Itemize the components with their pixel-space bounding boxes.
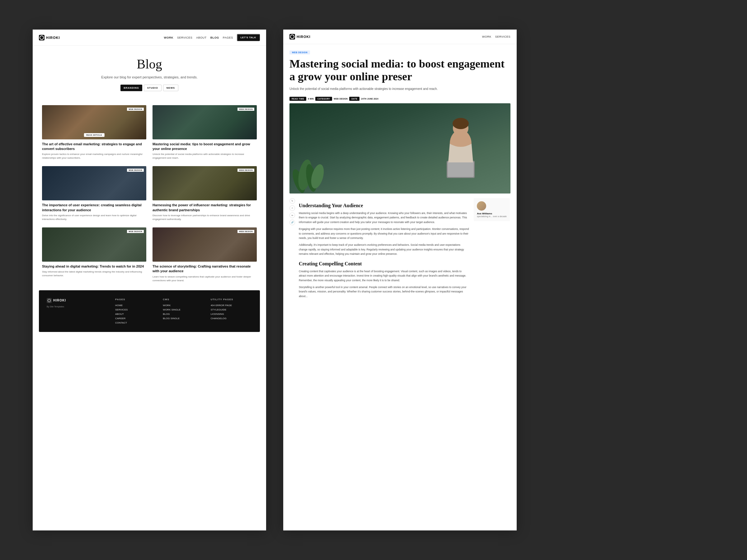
footer-link-styleguide[interactable]: STYLEGUIDE: [211, 308, 252, 311]
footer-link-services[interactable]: SERVICES: [115, 308, 157, 311]
blog-filters: BRANDING STUDIO NEWS: [51, 85, 248, 91]
article-badge-1: WEB DESIGN: [127, 108, 144, 111]
footer-link-blog-single[interactable]: BLOG SINGLE: [163, 317, 204, 320]
footer-logo-text: HIROKI: [53, 299, 66, 302]
footer-cms-links: WORK WORK SINGLE BLOG BLOG SINGLE: [163, 304, 204, 320]
author-col: Ava Williams specializing in... over a d…: [473, 198, 511, 221]
article-img-5: WEB DESIGN: [42, 228, 146, 262]
nav-cta-button[interactable]: LET'S TALK: [237, 34, 260, 41]
right-page: HIROKI WORK SERVICES WEB DESIGN Masterin…: [283, 30, 517, 530]
nav-link-blog[interactable]: BLOG: [210, 36, 219, 39]
article-card-6[interactable]: WEB DESIGN The science of storytelling: …: [149, 224, 260, 286]
author-avatar: [477, 201, 486, 211]
footer-link-about[interactable]: ABOUT: [115, 313, 157, 316]
left-logo[interactable]: HIROKI: [39, 35, 60, 41]
footer-grid: HIROKI By Site Templates PAGES HOME SERV…: [47, 298, 252, 324]
article-desc-5: Stay informed about the latest digital m…: [42, 270, 146, 277]
meta-read-time-label: READ TIME: [289, 97, 306, 101]
footer-pages-links: HOME SERVICES ABOUT CAREER CONTACT: [115, 304, 157, 324]
article-card-5[interactable]: WEB DESIGN Staying ahead in digital mark…: [39, 224, 149, 286]
footer-col-pages: PAGES HOME SERVICES ABOUT CAREER CONTACT: [115, 298, 157, 324]
body-text-1-0: Mastering social media begins with a dee…: [299, 211, 469, 224]
blog-title: Blog: [51, 57, 248, 72]
right-nav-services[interactable]: SERVICES: [495, 35, 511, 38]
article-desc-4: Discover how to leverage influencer part…: [153, 214, 257, 221]
footer-col-cms-title: CMS: [163, 298, 204, 301]
footer-link-blog[interactable]: BLOG: [163, 313, 204, 316]
article-grid: WEB DESIGN READ ARTICLE The art of effec…: [33, 97, 266, 290]
article-desc-2: Unlock the potential of social media pla…: [153, 153, 257, 160]
social-icon-facebook[interactable]: f: [289, 205, 295, 211]
footer-link-contact[interactable]: CONTACT: [115, 321, 157, 324]
left-logo-text: HIROKI: [46, 36, 60, 39]
body-text-2-1: Storytelling is another powerful tool in…: [299, 285, 469, 298]
article-card-3[interactable]: WEB DESIGN The importance of user experi…: [39, 163, 149, 224]
footer-col-cms: CMS WORK WORK SINGLE BLOG BLOG SINGLE: [163, 298, 204, 324]
article-img-2: WEB DESIGN: [153, 105, 257, 139]
article-badge-2: WEB DESIGN: [237, 108, 254, 111]
hero-person-svg: [430, 109, 492, 193]
site-footer: HIROKI By Site Templates PAGES HOME SERV…: [39, 290, 260, 332]
right-logo[interactable]: HIROKI: [289, 34, 311, 39]
meta-date-label: DATE: [349, 97, 360, 101]
filter-studio[interactable]: STUDIO: [144, 85, 161, 91]
right-hero-image: [289, 103, 511, 193]
article-title-3: The importance of user experience: creat…: [42, 203, 146, 212]
footer-col-pages-title: PAGES: [115, 298, 157, 301]
author-name: Ava Williams: [477, 212, 507, 215]
body-text-1-1: Engaging with your audience requires mor…: [299, 227, 469, 240]
filter-branding[interactable]: BRANDING: [121, 85, 142, 91]
footer-link-work[interactable]: WORK: [163, 304, 204, 307]
article-meta: READ TIME 8 MIN CATEGORY WEB DESIGN DATE…: [283, 94, 517, 103]
article-title-6: The science of storytelling: Crafting na…: [153, 264, 257, 274]
section-heading-1: Understanding Your Audience: [299, 203, 469, 209]
right-nav-work[interactable]: WORK: [482, 35, 491, 38]
body-text-2-0: Creating content that captivates your au…: [299, 269, 469, 283]
right-logo-icon: [289, 34, 295, 39]
right-nav-links: WORK SERVICES: [482, 35, 511, 38]
right-article-title: Mastering social media: to boost engagem…: [283, 58, 517, 83]
footer-logo[interactable]: HIROKI: [47, 298, 109, 303]
footer-utility-links: 404 ERROR PAGE STYLEGUIDE LICENSING CHAN…: [211, 304, 252, 320]
article-card-1[interactable]: WEB DESIGN READ ARTICLE The art of effec…: [39, 102, 149, 163]
footer-link-career[interactable]: CAREER: [115, 317, 157, 320]
hero-plants-svg: [289, 131, 327, 193]
svg-point-2: [453, 118, 469, 129]
article-badge-6: WEB DESIGN: [237, 230, 254, 233]
article-img-1: WEB DESIGN READ ARTICLE: [42, 105, 146, 139]
footer-link-home[interactable]: HOME: [115, 304, 157, 307]
article-badge-3: WEB DESIGN: [127, 169, 144, 172]
body-text-1-2: Additionally, it's important to keep tra…: [299, 243, 469, 256]
article-title-5: Staying ahead in digital marketing: Tren…: [42, 264, 146, 269]
footer-col-utility-title: UTILITY PAGES: [211, 298, 252, 301]
article-title-4: Harnessing the power of influencer marke…: [153, 203, 257, 212]
article-img-6: WEB DESIGN: [153, 228, 257, 262]
article-badge-4: WEB DESIGN: [237, 169, 254, 172]
blog-header: Blog Explore our blog for expert perspec…: [33, 46, 266, 97]
social-icon-twitter[interactable]: 𝕏: [289, 198, 295, 204]
right-nav: HIROKI WORK SERVICES: [283, 30, 517, 44]
article-img-4: WEB DESIGN: [153, 166, 257, 201]
social-icons: 𝕏 f in 🔗: [289, 198, 295, 225]
social-icon-linkedin[interactable]: in: [289, 212, 295, 218]
meta-category-value: WEB DESIGN: [334, 98, 348, 100]
social-icon-link[interactable]: 🔗: [289, 220, 295, 225]
footer-link-work-single[interactable]: WORK SINGLE: [163, 308, 204, 311]
nav-link-work[interactable]: WORK: [164, 36, 173, 39]
article-desc-6: Learn how to weave compelling narratives…: [153, 275, 257, 283]
meta-date-value: 24TH JUNE 2024: [361, 98, 379, 100]
read-article-btn-1[interactable]: READ ARTICLE: [84, 133, 104, 137]
left-nav-links: WORK SERVICES ABOUT BLOG PAGES LET'S TAL…: [164, 34, 260, 41]
article-card-2[interactable]: WEB DESIGN Mastering social media: tips …: [149, 102, 260, 163]
nav-link-services[interactable]: SERVICES: [177, 36, 192, 39]
meta-category-label: CATEGORY: [315, 97, 332, 101]
footer-link-licensing[interactable]: LICENSING: [211, 313, 252, 316]
article-card-4[interactable]: WEB DESIGN Harnessing the power of influ…: [149, 163, 260, 224]
footer-link-404[interactable]: 404 ERROR PAGE: [211, 304, 252, 307]
footer-logo-icon: [47, 298, 52, 303]
footer-link-changelog[interactable]: CHANGELOG: [211, 317, 252, 320]
author-desc: specializing in... over a decade: [477, 215, 507, 218]
nav-link-pages[interactable]: PAGES: [223, 36, 233, 39]
filter-news[interactable]: NEWS: [163, 85, 178, 91]
nav-link-about[interactable]: ABOUT: [196, 36, 207, 39]
